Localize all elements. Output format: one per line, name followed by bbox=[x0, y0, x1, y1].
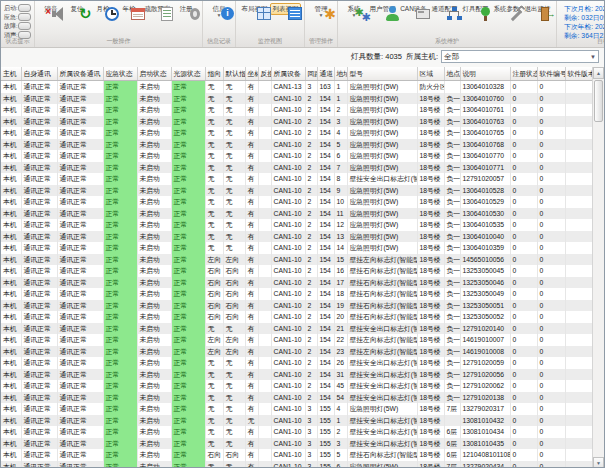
scroll-down-button[interactable]: ▼ bbox=[593, 457, 604, 468]
table-row[interactable]: 本机通讯正常通讯正常正常未启动正常左向左向有CAN1-10215422壁挂左向标… bbox=[1, 334, 593, 346]
table-cell: 通讯正常 bbox=[21, 311, 57, 323]
column-header[interactable]: 主机 bbox=[1, 67, 21, 81]
table-cell: 1 bbox=[334, 93, 347, 105]
column-header[interactable]: 地址 bbox=[334, 67, 347, 81]
column-header[interactable]: 软件版本 bbox=[565, 67, 593, 81]
table-cell: 通讯正常 bbox=[57, 311, 103, 323]
table-row[interactable]: 本机通讯正常通讯正常正常未启动正常无无有CAN1-10215426壁挂安全出口标… bbox=[1, 357, 593, 369]
manage-button[interactable]: ✱ 管理 ▼ bbox=[308, 3, 334, 20]
table-cell: 2 bbox=[305, 127, 317, 139]
table-row[interactable]: 本机通讯正常通讯正常正常未启动正常无无有CAN1-1021547应急照明灯(5W… bbox=[1, 162, 593, 174]
column-header[interactable]: 反接 bbox=[258, 67, 271, 81]
table-cell: 正常 bbox=[103, 93, 137, 105]
table-cell: 本机 bbox=[1, 288, 21, 300]
table-row[interactable]: 本机通讯正常通讯正常正常未启动正常无无有CAN1-1021541应急照明灯(5W… bbox=[1, 93, 593, 105]
table-row[interactable]: 本机通讯正常通讯正常正常未启动正常无无有CAN1-1031552壁挂安全出口标志… bbox=[1, 426, 593, 438]
table-cell: 通讯正常 bbox=[21, 254, 57, 266]
table-cell: 13253050045 bbox=[460, 265, 510, 277]
table-row[interactable]: 本机通讯正常通讯正常正常未启动正常右向右向有CAN1-10215419壁挂右向标… bbox=[1, 300, 593, 312]
scrollbar-thumb[interactable] bbox=[594, 80, 603, 122]
table-cell: 16 bbox=[334, 265, 347, 277]
table-cell: 0 bbox=[510, 81, 537, 93]
table-row[interactable]: 本机通讯正常通讯正常正常未启动正常无无有CAN1-1021546应急照明灯(5W… bbox=[1, 150, 593, 162]
monthly-check-button[interactable]: 月检 bbox=[90, 3, 116, 15]
table-cell bbox=[258, 403, 271, 415]
column-header[interactable]: 光源状态 bbox=[171, 67, 205, 81]
column-header[interactable]: 所属设备 bbox=[271, 67, 305, 81]
table-cell: 154 bbox=[317, 265, 334, 277]
reset-button[interactable]: ↻ 复位 bbox=[64, 3, 90, 15]
table-row[interactable]: 本机通讯正常通讯正常正常未启动正常右向右向有CAN1-1031555壁挂右向标志… bbox=[1, 449, 593, 461]
can-device-button[interactable]: CAN设备 bbox=[398, 3, 429, 15]
channel-config-button[interactable]: 通道配置 bbox=[429, 3, 460, 15]
table-cell: 负一层 bbox=[444, 380, 460, 392]
table-row[interactable]: 本机通讯正常通讯正常正常未启动正常无无有CAN1-1021542应急照明灯(5W… bbox=[1, 104, 593, 116]
table-cell: 无 bbox=[223, 369, 245, 381]
table-row[interactable]: 本机通讯正常通讯正常正常未启动正常无无有CAN1-10215411应急照明灯(5… bbox=[1, 208, 593, 220]
table-row[interactable]: 本机通讯正常通讯正常正常未启动正常无无有CAN1-1021549应急照明灯(5W… bbox=[1, 185, 593, 197]
table-row[interactable]: 本机通讯正常通讯正常正常未启动正常无无有CAN1-1031554应急照明灯(5W… bbox=[1, 403, 593, 415]
scroll-up-button[interactable]: ▲ bbox=[593, 67, 604, 79]
table-cell: 通讯正常 bbox=[57, 116, 103, 128]
table-row[interactable]: 本机通讯正常通讯正常正常未启动正常无无有CAN1-1021548壁挂安全出口标志… bbox=[1, 173, 593, 185]
table-row[interactable]: 本机通讯正常通讯正常正常未启动正常无无有CAN1-1031553壁挂安全出口标志… bbox=[1, 438, 593, 450]
list-view-button[interactable]: 列表视图 bbox=[270, 3, 301, 15]
table-row[interactable]: 本机通讯正常通讯正常正常未启动正常无无有CAN1-10215410应急照明灯(5… bbox=[1, 196, 593, 208]
table-cell: 0 bbox=[510, 357, 537, 369]
host-select-dropdown[interactable]: 全部 ▼ bbox=[441, 50, 599, 63]
column-header[interactable]: 区域 bbox=[417, 67, 444, 81]
table-row[interactable]: 本机通讯正常通讯正常正常未启动正常左向左向有CAN1-10215423壁挂左向标… bbox=[1, 346, 593, 358]
table-header-row: 主机自身通讯所属设备通讯应急状态启动状态光源状态指向默认指向坐标反接所属设备回路… bbox=[1, 67, 593, 81]
table-cell: 2 bbox=[305, 231, 317, 243]
table-row[interactable]: 本机通讯正常通讯正常正常未启动正常无无有CAN1-1021544应急照明灯(5W… bbox=[1, 127, 593, 139]
table-row[interactable]: 本机通讯正常通讯正常正常未启动正常无无有CAN1-10215431壁挂安全出口标… bbox=[1, 369, 593, 381]
column-header[interactable]: 默认指向 bbox=[223, 67, 245, 81]
table-row[interactable]: 本机通讯正常通讯正常正常未启动正常右向右向有CAN1-10215420壁挂右向标… bbox=[1, 311, 593, 323]
table-row[interactable]: 本机通讯正常通讯正常正常未启动正常无无有CAN1-10215414应急照明灯(5… bbox=[1, 242, 593, 254]
evacuation-plan-button[interactable]: 疏散预案 bbox=[142, 3, 173, 15]
info-button[interactable]: i 信息 ▼ bbox=[206, 3, 232, 20]
table-row[interactable]: 本机通讯正常通讯正常正常未启动正常无无有CAN1-10215421壁挂安全出口标… bbox=[1, 323, 593, 335]
column-header[interactable]: 启动状态 bbox=[137, 67, 171, 81]
layout-view-button[interactable]: 布局视图 bbox=[239, 3, 270, 15]
column-header[interactable]: 指向 bbox=[205, 67, 223, 81]
table-row[interactable]: 本机通讯正常通讯正常正常未启动正常右向右向有CAN1-10215416壁挂右向标… bbox=[1, 265, 593, 277]
column-header[interactable]: 自身通讯 bbox=[21, 67, 57, 81]
vertical-scrollbar[interactable]: ▲ ▼ bbox=[592, 67, 604, 468]
table-row[interactable]: 本机通讯正常通讯正常正常未启动正常无无无CAN1-1031551壁挂安全出口标志… bbox=[1, 415, 593, 427]
table-cell: 通讯正常 bbox=[57, 380, 103, 392]
system-params-button[interactable]: 系统参数 bbox=[491, 3, 522, 15]
table-cell: 应急照明灯(5W) bbox=[347, 93, 417, 105]
annual-check-button[interactable]: 年检 bbox=[116, 3, 142, 15]
table-cell: 18号楼 bbox=[417, 380, 444, 392]
column-header[interactable]: 说明 bbox=[460, 67, 510, 81]
table-cell: 有 bbox=[245, 93, 258, 105]
mute-button[interactable]: × 消音 bbox=[38, 3, 64, 15]
table-row[interactable]: 本机通讯正常通讯正常正常未启动正常右向右向有CAN1-10215418壁挂右向标… bbox=[1, 288, 593, 300]
lamp-config-button[interactable]: 灯具配置 bbox=[460, 3, 491, 15]
system-button[interactable]: ✱✱ 系统 ▼ bbox=[341, 3, 367, 20]
column-header[interactable]: 坐标 bbox=[245, 67, 258, 81]
column-header[interactable]: 型号 bbox=[347, 67, 417, 81]
table-row[interactable]: 本机通讯正常通讯正常正常未启动正常右向右向有CAN1-10215417壁挂右向标… bbox=[1, 277, 593, 289]
table-row[interactable]: 本机通讯正常通讯正常正常未启动正常无无有CAN1-1021543应急照明灯(5W… bbox=[1, 116, 593, 128]
table-row[interactable]: 本机通讯正常通讯正常正常未启动正常左向左向有CAN1-10215415壁挂左向标… bbox=[1, 254, 593, 266]
table-row[interactable]: 本机通讯正常通讯正常正常未启动正常无无有CAN1-10215412应急照明灯(5… bbox=[1, 219, 593, 231]
table-row[interactable]: 本机通讯正常通讯正常正常未启动正常无无有CAN1-10215454壁挂安全出口标… bbox=[1, 392, 593, 404]
table-cell: 154 bbox=[317, 288, 334, 300]
table-row[interactable]: 本机通讯正常通讯正常正常未启动正常无无有CAN1-10215445壁挂安全出口标… bbox=[1, 380, 593, 392]
column-header[interactable]: 通道 bbox=[317, 67, 334, 81]
next-annual-check-text: 下次年检: 2023-04-25 10:43:42 bbox=[564, 22, 605, 31]
column-header[interactable]: 回路 bbox=[305, 67, 317, 81]
table-row[interactable]: 本机通讯正常通讯正常正常未启动正常无无有CAN1-1331631应急照明灯(5W… bbox=[1, 81, 593, 93]
register-button[interactable]: 注册 bbox=[173, 3, 199, 15]
column-header[interactable]: 所属设备通讯 bbox=[57, 67, 103, 81]
column-header[interactable]: 软件编号 bbox=[537, 67, 565, 81]
exit-monitor-button[interactable]: → 退出监控 bbox=[522, 3, 553, 15]
table-row[interactable]: 本机通讯正常通讯正常正常未启动正常无无有CAN1-1031556应急照明灯(5W… bbox=[1, 461, 593, 468]
table-row[interactable]: 本机通讯正常通讯正常正常未启动正常无无有CAN1-1021545应急照明灯(5W… bbox=[1, 139, 593, 151]
column-header[interactable]: 注册状态 bbox=[510, 67, 537, 81]
column-header[interactable]: 地点 bbox=[444, 67, 460, 81]
column-header[interactable]: 应急状态 bbox=[103, 67, 137, 81]
table-row[interactable]: 本机通讯正常通讯正常正常未启动正常无无有CAN1-10215413应急照明灯(5… bbox=[1, 231, 593, 243]
